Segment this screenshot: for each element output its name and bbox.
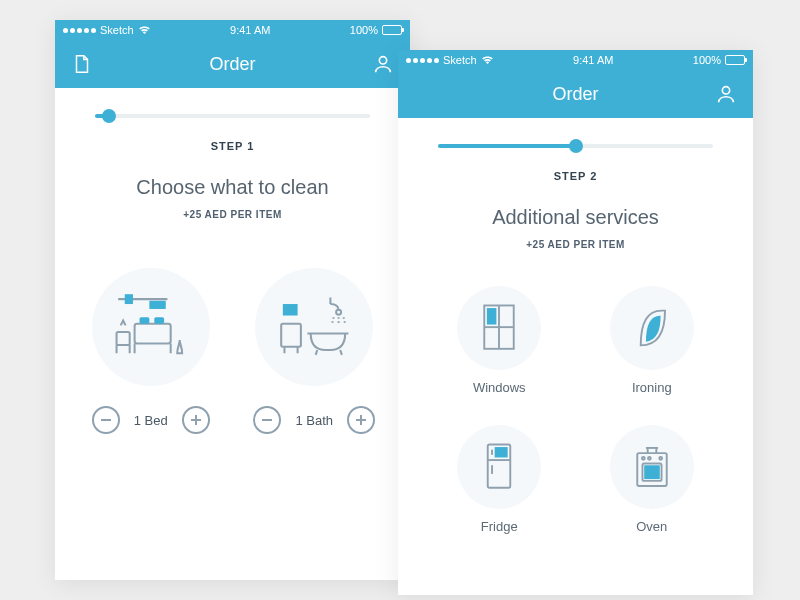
battery-percent-label: 100% [693,54,721,66]
service-label: Windows [473,380,526,395]
svg-line-22 [344,317,346,324]
svg-point-19 [336,310,341,315]
svg-point-42 [648,457,651,460]
clock-label: 9:41 AM [230,24,270,36]
svg-rect-6 [154,317,164,324]
oven-icon [610,425,694,509]
nav-title: Order [209,54,255,75]
plus-button[interactable] [182,406,210,434]
headline: Choose what to clean [55,176,410,199]
wifi-icon [138,25,151,35]
service-label: Fridge [481,519,518,534]
document-icon[interactable] [71,53,93,75]
svg-line-20 [332,317,334,324]
signal-dots-icon [406,58,439,63]
quantity-stepper-bed: 1 Bed [92,406,210,434]
minus-button[interactable] [253,406,281,434]
service-ironing[interactable]: Ironing [581,286,724,395]
nav-title: Order [552,84,598,105]
svg-rect-4 [134,324,170,344]
svg-point-0 [379,57,386,64]
profile-icon[interactable] [372,53,394,75]
nav-bar: Order [55,40,410,88]
step-label: STEP 1 [55,140,410,152]
progress-bar [398,118,753,148]
service-label: Ironing [632,380,672,395]
service-windows[interactable]: Windows [428,286,571,395]
status-bar: Sketch 9:41 AM 100% [55,20,410,40]
bed-icon [92,268,210,386]
svg-rect-5 [139,317,149,324]
svg-rect-9 [116,332,129,345]
profile-icon[interactable] [715,83,737,105]
svg-point-28 [722,87,729,94]
windows-icon [457,286,541,370]
svg-line-24 [340,350,342,355]
svg-rect-32 [487,308,497,324]
battery-percent-label: 100% [350,24,378,36]
service-oven[interactable]: Oven [581,425,724,534]
svg-rect-16 [281,324,301,347]
price-subline: +25 AED PER ITEM [398,239,753,250]
svg-point-43 [659,457,662,460]
fridge-icon [457,425,541,509]
price-subline: +25 AED PER ITEM [55,209,410,220]
quantity-stepper-bath: 1 Bath [253,406,375,434]
clock-label: 9:41 AM [573,54,613,66]
svg-rect-37 [495,447,508,457]
nav-bar: Order [398,70,753,118]
progress-bar [55,88,410,118]
headline: Additional services [398,206,753,229]
carrier-label: Sketch [443,54,477,66]
step-label: STEP 2 [398,170,753,182]
bath-icon [255,268,373,386]
status-bar: Sketch 9:41 AM 100% [398,50,753,70]
count-label: 1 Bed [134,413,168,428]
svg-rect-3 [149,301,165,309]
svg-point-41 [642,457,645,460]
minus-button[interactable] [92,406,120,434]
plus-button[interactable] [347,406,375,434]
service-fridge[interactable]: Fridge [428,425,571,534]
item-bath: 1 Bath [239,268,389,434]
carrier-label: Sketch [100,24,134,36]
battery-icon [725,55,745,65]
battery-icon [382,25,402,35]
svg-rect-15 [283,304,298,315]
item-bed: 1 Bed [76,268,226,434]
service-label: Oven [636,519,667,534]
wifi-icon [481,55,494,65]
count-label: 1 Bath [295,413,333,428]
svg-line-23 [316,350,318,355]
ironing-icon [610,286,694,370]
signal-dots-icon [63,28,96,33]
svg-rect-2 [125,294,133,304]
svg-rect-40 [644,465,660,479]
phone-screen-1: Sketch 9:41 AM 100% Order STEP 1 Choose … [55,20,410,580]
phone-screen-2: Sketch 9:41 AM 100% Order STEP 2 Additio… [398,50,753,595]
